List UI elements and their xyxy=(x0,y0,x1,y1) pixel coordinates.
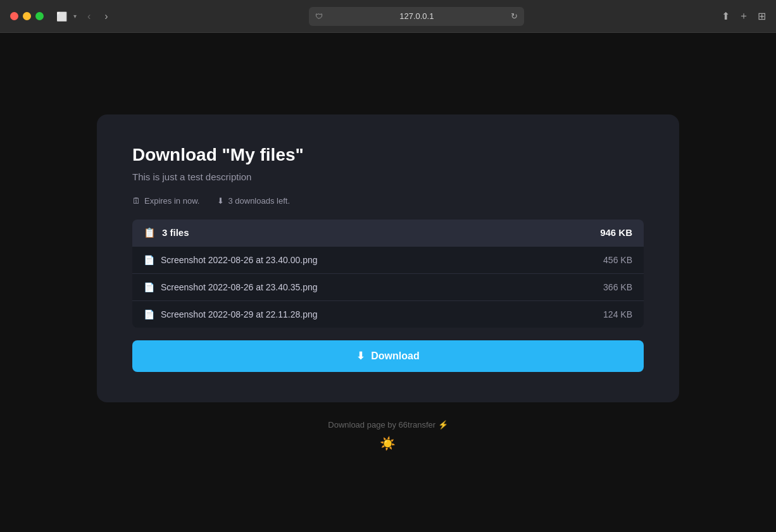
download-card: Download "My files" This is just a test … xyxy=(97,114,679,402)
shield-icon: 🛡 xyxy=(315,12,323,21)
calendar-icon: 🗓 xyxy=(132,196,141,206)
footer-text: Download page by 66transfer ⚡ xyxy=(328,420,447,430)
share-icon[interactable]: ⬆ xyxy=(722,10,730,22)
file-name: Screenshot 2022-08-26 at 23.40.35.png xyxy=(161,282,318,292)
browser-right-controls: ⬆ ＋ ⊞ xyxy=(722,9,766,23)
page-footer: Download page by 66transfer ⚡ ☀️ xyxy=(328,420,447,451)
address-bar-wrapper: 🛡 127.0.0.1 ↻ xyxy=(119,7,714,26)
files-copy-icon: 📋 xyxy=(144,227,156,238)
fullscreen-button[interactable] xyxy=(35,12,44,20)
file-name: Screenshot 2022-08-29 at 22.11.28.png xyxy=(161,309,318,319)
card-description: This is just a test description xyxy=(132,171,644,182)
sidebar-toggle-icon[interactable]: ⬜ xyxy=(54,10,70,23)
downloads-left-meta: ⬇ 3 downloads left. xyxy=(217,196,290,206)
card-title: Download "My files" xyxy=(132,145,644,165)
download-button-label: Download xyxy=(371,350,419,362)
expires-meta: 🗓 Expires in now. xyxy=(132,196,199,206)
download-button[interactable]: ⬇ Download xyxy=(132,340,644,372)
file-row-left: 📄 Screenshot 2022-08-26 at 23.40.00.png xyxy=(144,255,318,265)
new-tab-icon[interactable]: ＋ xyxy=(739,9,749,23)
tabs-grid-icon[interactable]: ⊞ xyxy=(758,10,766,22)
file-icon: 📄 xyxy=(144,309,154,319)
file-name: Screenshot 2022-08-26 at 23.40.00.png xyxy=(161,255,318,265)
file-icon: 📄 xyxy=(144,282,154,292)
page-background: Download "My files" This is just a test … xyxy=(0,33,776,532)
browser-left-controls: ⬜ ▾ xyxy=(54,10,77,23)
address-text: 127.0.0.1 xyxy=(399,11,434,21)
file-row: 📄 Screenshot 2022-08-29 at 22.11.28.png … xyxy=(132,300,644,328)
reload-button[interactable]: ↻ xyxy=(511,11,518,21)
total-size-label: 946 KB xyxy=(600,227,632,238)
file-size: 366 KB xyxy=(603,282,632,292)
file-icon: 📄 xyxy=(144,255,154,265)
file-row: 📄 Screenshot 2022-08-26 at 23.40.00.png … xyxy=(132,246,644,273)
file-row-left: 📄 Screenshot 2022-08-26 at 23.40.35.png xyxy=(144,282,318,292)
back-button[interactable]: ‹ xyxy=(84,9,94,23)
downloads-left-label: 3 downloads left. xyxy=(228,196,290,206)
forward-button[interactable]: › xyxy=(101,9,111,23)
file-count-label: 3 files xyxy=(162,227,189,238)
browser-chrome: ⬜ ▾ ‹ › 🛡 127.0.0.1 ↻ ⬆ ＋ ⊞ xyxy=(0,0,776,33)
file-row-left: 📄 Screenshot 2022-08-29 at 22.11.28.png xyxy=(144,309,318,319)
file-size: 124 KB xyxy=(603,309,632,319)
minimize-button[interactable] xyxy=(23,12,31,20)
traffic-lights xyxy=(10,12,44,20)
file-size: 456 KB xyxy=(603,255,632,265)
download-arrow-icon: ⬇ xyxy=(356,350,365,362)
sun-icon: ☀️ xyxy=(380,436,396,451)
chevron-down-icon[interactable]: ▾ xyxy=(73,13,77,20)
address-bar[interactable]: 🛡 127.0.0.1 ↻ xyxy=(309,7,524,26)
download-count-icon: ⬇ xyxy=(217,196,224,206)
expires-label: Expires in now. xyxy=(144,196,199,206)
meta-row: 🗓 Expires in now. ⬇ 3 downloads left. xyxy=(132,196,644,206)
close-button[interactable] xyxy=(10,12,18,20)
file-list: 📋 3 files 946 KB 📄 Screenshot 2022-08-26… xyxy=(132,220,644,328)
file-list-header: 📋 3 files 946 KB xyxy=(132,220,644,246)
file-row: 📄 Screenshot 2022-08-26 at 23.40.35.png … xyxy=(132,273,644,300)
file-list-header-left: 📋 3 files xyxy=(144,227,189,238)
